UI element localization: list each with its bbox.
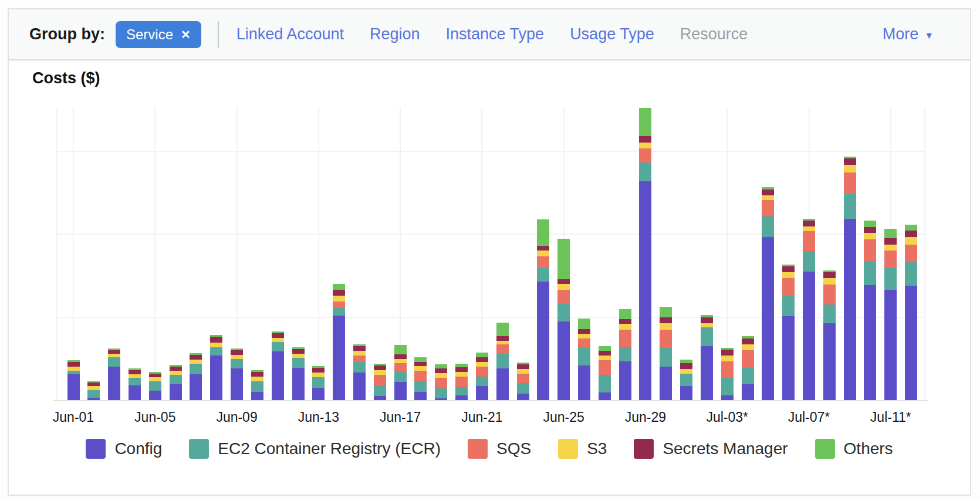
bar-segment-config[interactable] [701, 346, 713, 400]
bar-segment-others[interactable] [394, 345, 407, 354]
bar-segment-ec2-container-registry-ecr[interactable] [87, 390, 100, 398]
bar-segment-s3[interactable] [210, 343, 222, 347]
bar-segment-config[interactable] [251, 392, 263, 400]
bar-segment-secrets-manager[interactable] [435, 368, 447, 373]
bar-jun-05[interactable] [149, 372, 161, 400]
bar-segment-secrets-manager[interactable] [272, 333, 284, 338]
bar-jun-23[interactable] [517, 363, 529, 400]
bar-segment-secrets-manager[interactable] [803, 221, 815, 226]
bar-segment-config[interactable] [537, 282, 549, 400]
bar-segment-ec2-container-registry-ecr[interactable] [170, 375, 182, 384]
bar-jul-10[interactable] [864, 221, 876, 400]
bar-segment-ec2-container-registry-ecr[interactable] [884, 268, 897, 290]
bar-segment-sqs[interactable] [599, 360, 611, 375]
bar-jun-17[interactable] [394, 345, 407, 400]
bar-segment-s3[interactable] [844, 165, 856, 172]
bar-segment-others[interactable] [599, 346, 611, 351]
bar-segment-s3[interactable] [231, 355, 243, 359]
bar-segment-sqs[interactable] [721, 361, 734, 378]
bar-segment-sqs[interactable] [455, 377, 468, 387]
bar-segment-config[interactable] [190, 374, 202, 400]
bar-jun-24[interactable] [537, 219, 549, 400]
bar-segment-sqs[interactable] [476, 367, 488, 377]
bar-jul-07[interactable] [803, 219, 815, 400]
bar-segment-ec2-container-registry-ecr[interactable] [721, 378, 734, 395]
bar-segment-sqs[interactable] [578, 338, 590, 348]
bar-segment-ec2-container-registry-ecr[interactable] [823, 304, 836, 323]
bar-segment-ec2-container-registry-ecr[interactable] [272, 342, 284, 351]
bar-segment-s3[interactable] [149, 377, 161, 381]
bar-segment-others[interactable] [557, 239, 570, 279]
bar-segment-secrets-manager[interactable] [864, 227, 876, 233]
bar-segment-config[interactable] [721, 395, 734, 400]
bar-segment-secrets-manager[interactable] [844, 158, 856, 165]
bar-segment-config[interactable] [312, 388, 325, 400]
bar-jul-09[interactable] [844, 157, 856, 400]
bar-segment-config[interactable] [272, 351, 284, 400]
bar-segment-config[interactable] [149, 391, 161, 400]
bar-segment-config[interactable] [67, 374, 80, 400]
bar-segment-s3[interactable] [884, 245, 897, 250]
bar-segment-others[interactable] [639, 108, 651, 136]
bar-segment-ec2-container-registry-ecr[interactable] [639, 163, 651, 181]
bar-segment-config[interactable] [496, 368, 509, 400]
bar-segment-sqs[interactable] [803, 231, 815, 251]
bar-segment-sqs[interactable] [353, 356, 366, 362]
bar-segment-s3[interactable] [190, 360, 202, 364]
bar-jun-07[interactable] [190, 353, 202, 400]
group-by-option-linked-account[interactable]: Linked Account [236, 25, 344, 43]
bar-jul-04[interactable] [742, 336, 754, 400]
bar-jun-02[interactable] [87, 381, 100, 400]
bar-segment-config[interactable] [435, 398, 447, 400]
bar-segment-secrets-manager[interactable] [680, 363, 692, 369]
bar-segment-config[interactable] [170, 384, 182, 400]
bar-segment-sqs[interactable] [762, 200, 774, 216]
bar-segment-config[interactable] [333, 316, 345, 400]
bar-jul-08[interactable] [823, 270, 836, 400]
bar-segment-config[interactable] [476, 386, 488, 400]
bar-segment-secrets-manager[interactable] [742, 338, 754, 344]
bar-segment-s3[interactable] [394, 359, 407, 363]
group-by-option-usage-type[interactable]: Usage Type [570, 25, 654, 43]
bar-segment-ec2-container-registry-ecr[interactable] [476, 377, 488, 386]
bar-segment-s3[interactable] [455, 372, 468, 377]
bar-segment-ec2-container-registry-ecr[interactable] [414, 381, 427, 392]
legend-item-secrets-manager[interactable]: Secrets Manager [634, 439, 788, 459]
bar-segment-ec2-container-registry-ecr[interactable] [353, 362, 366, 373]
bar-segment-ec2-container-registry-ecr[interactable] [312, 377, 325, 388]
bar-segment-secrets-manager[interactable] [721, 350, 734, 356]
bar-segment-sqs[interactable] [884, 250, 897, 268]
legend-item-sqs[interactable]: SQS [468, 439, 531, 459]
bar-segment-s3[interactable] [292, 354, 305, 358]
bar-segment-sqs[interactable] [557, 290, 570, 304]
bar-jul-11[interactable] [884, 229, 897, 400]
bar-segment-ec2-container-registry-ecr[interactable] [394, 371, 407, 382]
bar-segment-config[interactable] [87, 398, 100, 400]
bar-segment-others[interactable] [864, 221, 876, 227]
bar-segment-ec2-container-registry-ecr[interactable] [455, 387, 468, 395]
bar-segment-others[interactable] [333, 284, 345, 290]
bar-segment-secrets-manager[interactable] [578, 329, 590, 334]
bar-segment-others[interactable] [619, 309, 631, 319]
bar-segment-s3[interactable] [680, 369, 692, 374]
bar-jun-26[interactable] [578, 319, 590, 400]
bar-segment-s3[interactable] [639, 143, 651, 148]
bar-jun-30[interactable] [660, 307, 672, 400]
bar-segment-config[interactable] [557, 321, 570, 400]
bar-segment-secrets-manager[interactable] [476, 357, 488, 362]
bar-jun-10[interactable] [251, 370, 263, 400]
bar-segment-others[interactable] [476, 353, 488, 357]
bar-segment-config[interactable] [414, 392, 427, 400]
bar-segment-sqs[interactable] [782, 278, 795, 296]
bar-segment-s3[interactable] [557, 284, 570, 290]
bar-segment-s3[interactable] [599, 356, 611, 360]
bar-segment-ec2-container-registry-ecr[interactable] [864, 262, 876, 285]
bar-jun-13[interactable] [312, 366, 325, 400]
bar-segment-ec2-container-registry-ecr[interactable] [292, 358, 305, 368]
bar-segment-ec2-container-registry-ecr[interactable] [701, 327, 713, 346]
bar-segment-secrets-manager[interactable] [414, 362, 427, 366]
bar-segment-s3[interactable] [905, 237, 917, 245]
bar-segment-s3[interactable] [619, 324, 631, 330]
bar-segment-sqs[interactable] [844, 172, 856, 194]
bar-segment-s3[interactable] [578, 334, 590, 338]
